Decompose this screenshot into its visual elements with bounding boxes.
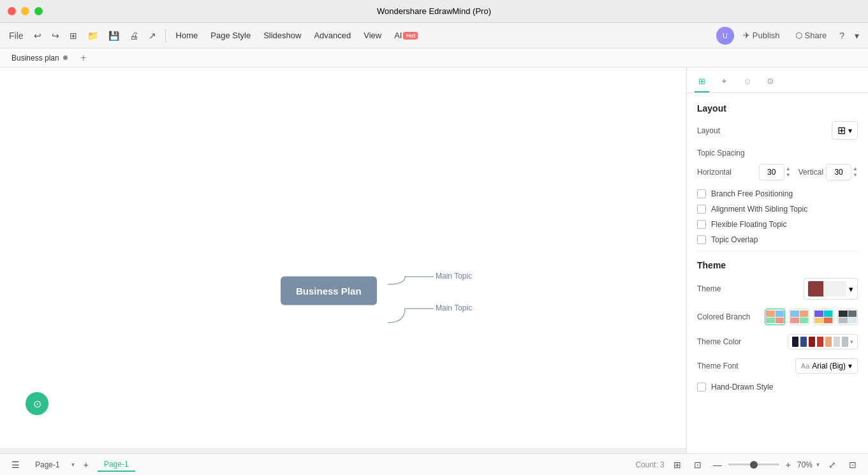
page-style-menu[interactable]: Page Style <box>205 28 256 43</box>
font-icon: Aa <box>801 362 809 370</box>
full-view-btn[interactable]: ⊡ <box>690 457 705 472</box>
count-label: Count: 3 <box>635 460 664 469</box>
branch-opt-1[interactable] <box>765 309 785 325</box>
horizontal-up[interactable]: ▲ <box>786 166 791 172</box>
close-button[interactable] <box>8 7 16 15</box>
floating-action-button[interactable]: ⊙ <box>26 392 48 415</box>
branch-opt-4[interactable] <box>837 309 858 325</box>
zoom-in-button[interactable]: + <box>783 458 793 471</box>
add-tab-button[interactable]: + <box>77 51 91 65</box>
font-select[interactable]: Aa Arial (Big) ▾ <box>795 358 858 374</box>
vertical-up[interactable]: ▲ <box>853 166 858 172</box>
branch-node-1[interactable]: Main Topic <box>436 272 472 281</box>
file-menu[interactable]: File <box>5 28 27 43</box>
swatch-6 <box>834 337 840 347</box>
layout-field-label: Layout <box>697 126 832 135</box>
hand-drawn-checkbox[interactable] <box>697 383 706 391</box>
color-palette-select[interactable]: ▾ <box>788 334 858 349</box>
page-tab-active[interactable]: Page-1 <box>98 458 135 472</box>
swatch-1 <box>792 337 798 347</box>
print-button[interactable]: 🖨 <box>126 28 142 43</box>
divider <box>165 29 166 42</box>
new-button[interactable]: ⊞ <box>66 28 81 43</box>
expand-view-button[interactable]: ⊡ <box>845 457 860 472</box>
menu-bar: File ↩ ↪ ⊞ 📁 💾 🖨 ↗ Home Page Style Slide… <box>0 23 868 48</box>
undo-button[interactable]: ↩ <box>30 28 45 43</box>
zoom-thumb <box>750 461 758 469</box>
minimize-button[interactable] <box>21 7 29 15</box>
horizontal-down[interactable]: ▼ <box>786 172 791 179</box>
slideshow-menu[interactable]: Slideshow <box>258 28 306 43</box>
swatch-7 <box>842 337 848 347</box>
font-value: Arial (Big) <box>812 362 846 370</box>
connections-svg <box>0 68 686 453</box>
fullscreen-button[interactable] <box>34 7 43 15</box>
ai-menu[interactable]: AI Hot <box>389 28 423 43</box>
branch-opt-2[interactable] <box>789 309 809 325</box>
sparkle-icon: ✦ <box>721 77 728 86</box>
grid-view-btn[interactable]: ⊞ <box>670 457 685 472</box>
theme-color-label: Theme Color <box>697 337 788 346</box>
publish-button[interactable]: ✈ Publish <box>737 28 786 43</box>
theme-font-row: Theme Font Aa Arial (Big) ▾ <box>697 358 858 374</box>
zoom-label[interactable]: 70% <box>797 460 813 469</box>
vertical-spinner: ▲ ▼ <box>853 166 858 178</box>
tab-bar: Business plan + <box>0 48 868 68</box>
theme-select[interactable]: ▾ <box>804 278 858 300</box>
add-page-button[interactable]: + <box>80 457 92 472</box>
topic-overlap-checkbox[interactable] <box>697 235 706 244</box>
fit-view-button[interactable]: ⤢ <box>825 457 840 472</box>
tab-layout[interactable]: ⊞ <box>695 71 709 92</box>
page-tab-1[interactable]: Page-1 <box>29 458 66 471</box>
alignment-checkbox[interactable] <box>697 205 706 214</box>
user-avatar[interactable]: U <box>716 27 734 45</box>
section-divider <box>697 251 858 251</box>
spacing-row: Horizontal 30 ▲ ▼ Vertical 30 ▲ ▼ <box>697 164 858 180</box>
help-button[interactable]: ? <box>835 28 848 43</box>
horizontal-value[interactable]: 30 <box>759 164 784 180</box>
branch-options <box>765 309 858 325</box>
chevron-down-icon: ▾ <box>848 126 852 135</box>
document-tab[interactable]: Business plan <box>5 51 74 65</box>
zoom-slider[interactable] <box>728 464 779 465</box>
vertical-down[interactable]: ▼ <box>853 172 858 179</box>
branch-grid-4 <box>839 311 857 323</box>
zoom-dropdown-icon[interactable]: ▾ <box>816 461 820 468</box>
vertical-input-group: 30 ▲ ▼ <box>826 164 858 180</box>
horizontal-spinner: ▲ ▼ <box>786 166 791 178</box>
layout-select[interactable]: ⊞ ▾ <box>832 121 858 140</box>
page-tab-arrow[interactable]: ▾ <box>71 461 75 468</box>
tab-style[interactable]: ✦ <box>717 71 732 92</box>
central-node[interactable]: Business Plan <box>281 277 377 305</box>
flexible-checkbox[interactable] <box>697 220 706 229</box>
sidebar-toggle[interactable]: ☰ <box>8 457 24 472</box>
open-button[interactable]: 📁 <box>84 28 102 43</box>
theme-field-row: Theme ▾ <box>697 278 858 300</box>
export-button[interactable]: ↗ <box>145 28 160 43</box>
vertical-label: Vertical <box>798 168 823 177</box>
canvas-scrollbar[interactable] <box>0 448 686 453</box>
save-button[interactable]: 💾 <box>105 28 123 43</box>
view-menu[interactable]: View <box>358 28 386 43</box>
tab-emoji[interactable]: ☺ <box>739 71 755 92</box>
alignment-label: Alignment With Sibling Topic <box>711 205 807 214</box>
branch-free-checkbox[interactable] <box>697 189 706 198</box>
advanced-menu[interactable]: Advanced <box>309 28 356 43</box>
horizontal-input-group: 30 ▲ ▼ <box>759 164 791 180</box>
home-menu[interactable]: Home <box>171 28 203 43</box>
layout-section-title: Layout <box>697 103 858 113</box>
zoom-out-button[interactable]: — <box>710 458 725 471</box>
swatch-4 <box>817 337 823 347</box>
branch-opt-3[interactable] <box>813 309 834 325</box>
redo-button[interactable]: ↪ <box>48 28 63 43</box>
colored-branch-label: Colored Branch <box>697 312 765 321</box>
layout-field-row: Layout ⊞ ▾ <box>697 121 858 140</box>
tab-settings[interactable]: ⚙ <box>763 71 778 92</box>
branch-grid-1 <box>766 311 784 323</box>
branch-node-2[interactable]: Main Topic <box>436 303 472 312</box>
share-button[interactable]: ⬡ Share <box>789 28 834 43</box>
theme-preview <box>808 281 846 296</box>
vertical-value[interactable]: 30 <box>826 164 851 180</box>
more-button[interactable]: ▾ <box>851 28 863 43</box>
canvas[interactable]: Business Plan Main Topic Main Topic ⊙ <box>0 68 686 453</box>
